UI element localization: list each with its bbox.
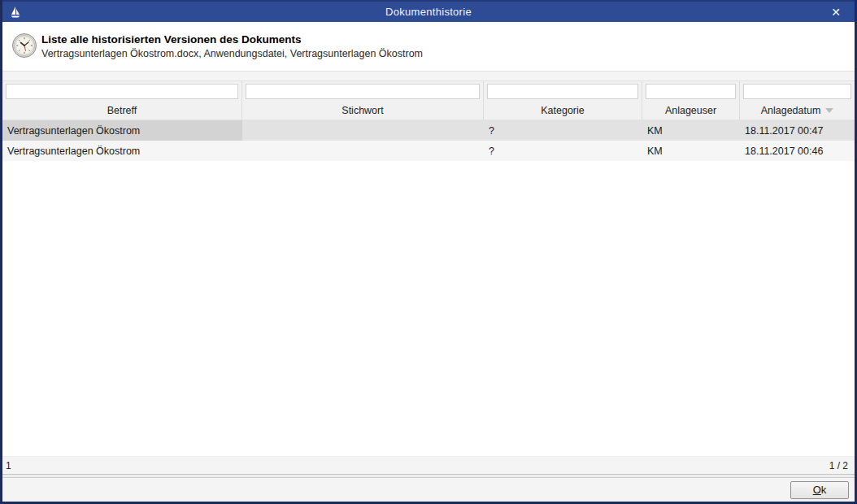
- table-header: Betreff Stichwort Kategorie Anlageuser A…: [2, 81, 855, 120]
- filter-input-betreff[interactable]: [6, 84, 238, 99]
- column-header-stichwort[interactable]: Stichwort: [242, 81, 484, 119]
- cell-kategorie[interactable]: ?: [484, 120, 642, 141]
- cell-kategorie[interactable]: ?: [484, 141, 642, 161]
- cell-stichwort[interactable]: [242, 120, 484, 141]
- column-header-kategorie[interactable]: Kategorie: [484, 81, 642, 119]
- cell-betreff[interactable]: Vertragsunterlagen Ökostrom: [2, 141, 242, 161]
- status-bar: 1 1 / 2: [2, 456, 855, 475]
- dialog-footer: Ok: [2, 478, 855, 502]
- column-header-betreff[interactable]: Betreff: [2, 81, 242, 119]
- ok-button[interactable]: Ok: [790, 481, 849, 499]
- cell-anlageuser[interactable]: KM: [642, 120, 740, 141]
- filter-input-kategorie[interactable]: [487, 84, 638, 99]
- row-position-indicator: 1 / 2: [829, 460, 848, 471]
- table-empty-area: [2, 161, 855, 456]
- dialog-window: Dokumenthistorie ✕: [0, 0, 857, 504]
- table-row[interactable]: Vertragsunterlagen Ökostrom ? KM 18.11.2…: [2, 120, 855, 141]
- column-header-anlagedatum[interactable]: Anlagedatum: [740, 81, 855, 119]
- header-separator: [2, 71, 855, 81]
- history-table: Betreff Stichwort Kategorie Anlageuser A…: [2, 81, 855, 456]
- cell-betreff[interactable]: Vertragsunterlagen Ökostrom: [2, 120, 242, 141]
- column-label: Betreff: [107, 105, 137, 116]
- title-bar[interactable]: Dokumenthistorie ✕: [2, 0, 855, 22]
- selected-row-count: 1: [6, 460, 11, 471]
- clock-history-icon: [11, 33, 37, 61]
- page-title: Liste alle historisierten Versionen des …: [41, 33, 423, 46]
- table-row[interactable]: Vertragsunterlagen Ökostrom ? KM 18.11.2…: [2, 141, 855, 161]
- sort-descending-icon: [825, 108, 833, 113]
- column-label: Stichwort: [341, 105, 383, 116]
- close-icon[interactable]: ✕: [825, 2, 846, 22]
- cell-anlageuser[interactable]: KM: [642, 141, 740, 161]
- window-title: Dokumenthistorie: [2, 6, 855, 18]
- column-label: Anlageuser: [665, 105, 716, 116]
- page-subtitle: Vertragsunterlagen Ökostrom.docx, Anwend…: [41, 48, 423, 59]
- column-header-anlageuser[interactable]: Anlageuser: [642, 81, 740, 119]
- cell-anlagedatum[interactable]: 18.11.2017 00:46: [740, 141, 855, 161]
- column-label: Kategorie: [541, 105, 585, 116]
- filter-input-anlageuser[interactable]: [646, 84, 736, 99]
- filter-input-stichwort[interactable]: [246, 84, 480, 99]
- filter-input-anlagedatum[interactable]: [743, 84, 851, 99]
- cell-stichwort[interactable]: [242, 141, 484, 161]
- cell-anlagedatum[interactable]: 18.11.2017 00:47: [740, 120, 855, 141]
- dialog-header: Liste alle historisierten Versionen des …: [2, 22, 855, 71]
- table-body: Vertragsunterlagen Ökostrom ? KM 18.11.2…: [2, 120, 855, 456]
- column-label: Anlagedatum: [761, 105, 821, 116]
